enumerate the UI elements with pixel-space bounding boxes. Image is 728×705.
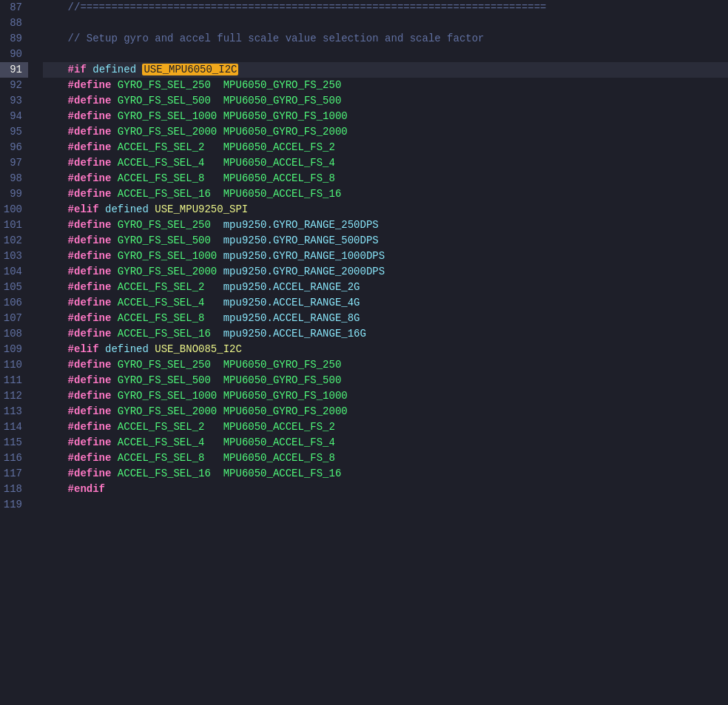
ln-100: 100 — [0, 202, 28, 217]
ln-90: 90 — [0, 47, 28, 62]
code-line-89: // Setup gyro and accel full scale value… — [43, 31, 728, 47]
ln-111: 111 — [0, 373, 28, 388]
code-line-106: #define ACCEL_FS_SEL_4 mpu9250.ACCEL_RAN… — [43, 295, 728, 311]
ln-103: 103 — [0, 249, 28, 264]
code-line-116: #define ACCEL_FS_SEL_8 MPU6050_ACCEL_FS_… — [43, 451, 728, 466]
code-line-100: #elif defined USE_MPU9250_SPI — [43, 202, 728, 217]
code-line-117: #define ACCEL_FS_SEL_16 MPU6050_ACCEL_FS… — [43, 466, 728, 482]
ln-97: 97 — [0, 155, 28, 171]
ln-113: 113 — [0, 404, 28, 419]
ln-101: 101 — [0, 217, 28, 233]
ln-104: 104 — [0, 264, 28, 280]
ln-110: 110 — [0, 357, 28, 373]
code-line-108: #define ACCEL_FS_SEL_16 mpu9250.ACCEL_RA… — [43, 326, 728, 342]
ln-94: 94 — [0, 109, 28, 124]
code-line-104: #define GYRO_FS_SEL_2000 mpu9250.GYRO_RA… — [43, 264, 728, 280]
code-line-103: #define GYRO_FS_SEL_1000 mpu9250.GYRO_RA… — [43, 249, 728, 264]
ln-98: 98 — [0, 171, 28, 186]
ln-117: 117 — [0, 466, 28, 482]
code-line-111: #define GYRO_FS_SEL_500 MPU6050_GYRO_FS_… — [43, 373, 728, 388]
code-line-113: #define GYRO_FS_SEL_2000 MPU6050_GYRO_FS… — [43, 404, 728, 419]
code-line-118: #endif — [43, 482, 728, 497]
code-line-95: #define GYRO_FS_SEL_2000 MPU6050_GYRO_FS… — [43, 124, 728, 140]
ln-92: 92 — [0, 78, 28, 93]
code-line-93: #define GYRO_FS_SEL_500 MPU6050_GYRO_FS_… — [43, 93, 728, 109]
ln-116: 116 — [0, 451, 28, 466]
code-line-110: #define GYRO_FS_SEL_250 MPU6050_GYRO_FS_… — [43, 357, 728, 373]
code-line-88 — [43, 16, 728, 31]
ln-108: 108 — [0, 326, 28, 342]
code-line-101: #define GYRO_FS_SEL_250 mpu9250.GYRO_RAN… — [43, 217, 728, 233]
ln-106: 106 — [0, 295, 28, 311]
code-line-96: #define ACCEL_FS_SEL_2 MPU6050_ACCEL_FS_… — [43, 140, 728, 155]
ln-89: 89 — [0, 31, 28, 47]
ln-115: 115 — [0, 435, 28, 451]
ln-95: 95 — [0, 124, 28, 140]
code-line-92: #define GYRO_FS_SEL_250 MPU6050_GYRO_FS_… — [43, 78, 728, 93]
code-line-102: #define GYRO_FS_SEL_500 mpu9250.GYRO_RAN… — [43, 233, 728, 249]
ln-118: 118 — [0, 482, 28, 497]
code-line-119 — [43, 497, 728, 513]
code-line-109: #elif defined USE_BNO085_I2C — [43, 342, 728, 357]
code-line-114: #define ACCEL_FS_SEL_2 MPU6050_ACCEL_FS_… — [43, 419, 728, 435]
code-content: //======================================… — [37, 0, 728, 705]
ln-99: 99 — [0, 186, 28, 202]
code-editor: 87 88 89 90 91 92 93 94 95 96 97 98 99 1… — [0, 0, 728, 705]
code-line-94: #define GYRO_FS_SEL_1000 MPU6050_GYRO_FS… — [43, 109, 728, 124]
ln-93: 93 — [0, 93, 28, 109]
ln-112: 112 — [0, 388, 28, 404]
code-line-97: #define ACCEL_FS_SEL_4 MPU6050_ACCEL_FS_… — [43, 155, 728, 171]
code-line-91: #if defined USE_MPU6050_I2C — [43, 62, 728, 78]
ln-107: 107 — [0, 311, 28, 326]
code-line-115: #define ACCEL_FS_SEL_4 MPU6050_ACCEL_FS_… — [43, 435, 728, 451]
ln-102: 102 — [0, 233, 28, 249]
ln-87: 87 — [0, 0, 28, 16]
ln-96: 96 — [0, 140, 28, 155]
ln-91: 91 — [0, 62, 28, 78]
ln-119: 119 — [0, 497, 28, 513]
code-line-90 — [43, 47, 728, 62]
ln-88: 88 — [0, 16, 28, 31]
code-line-105: #define ACCEL_FS_SEL_2 mpu9250.ACCEL_RAN… — [43, 280, 728, 295]
code-line-112: #define GYRO_FS_SEL_1000 MPU6050_GYRO_FS… — [43, 388, 728, 404]
code-line-87: //======================================… — [43, 0, 728, 16]
ln-105: 105 — [0, 280, 28, 295]
code-line-98: #define ACCEL_FS_SEL_8 MPU6050_ACCEL_FS_… — [43, 171, 728, 186]
ln-109: 109 — [0, 342, 28, 357]
line-numbers: 87 88 89 90 91 92 93 94 95 96 97 98 99 1… — [0, 0, 37, 705]
code-line-107: #define ACCEL_FS_SEL_8 mpu9250.ACCEL_RAN… — [43, 311, 728, 326]
code-line-99: #define ACCEL_FS_SEL_16 MPU6050_ACCEL_FS… — [43, 186, 728, 202]
ln-114: 114 — [0, 419, 28, 435]
